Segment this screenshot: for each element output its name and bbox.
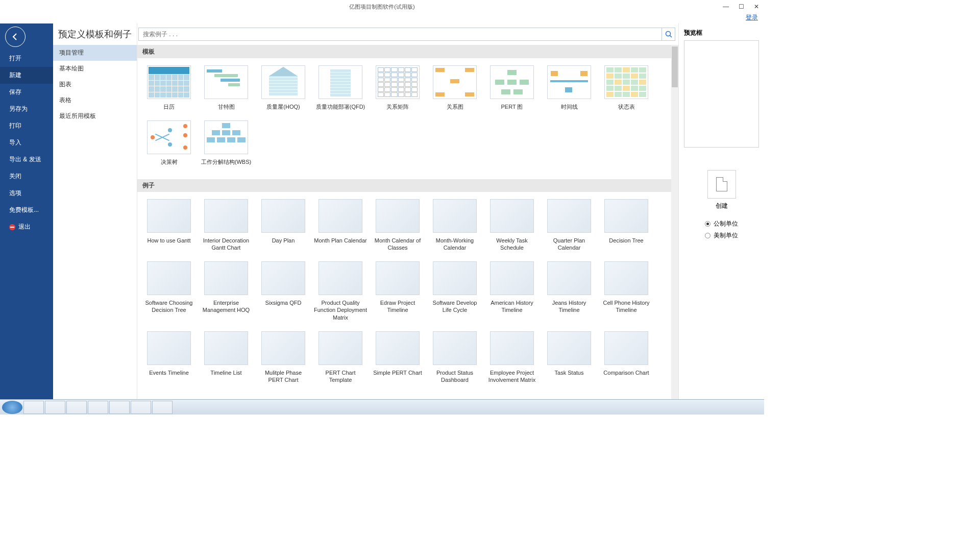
start-button[interactable]	[2, 401, 22, 414]
radio-icon	[705, 221, 710, 227]
minimize-button[interactable]: —	[718, 1, 733, 12]
template-thumbnail	[547, 199, 591, 233]
template-tile[interactable]: Task Status	[541, 331, 598, 384]
template-tile[interactable]: 关系图	[426, 65, 483, 110]
template-tile[interactable]: Employee Project Involvement Matrix	[483, 331, 541, 384]
template-tile[interactable]: 日历	[140, 65, 198, 110]
template-tile[interactable]: Simple PERT Chart	[369, 331, 426, 384]
template-tile[interactable]: How to use Gantt	[140, 199, 198, 252]
titlebar: 亿图项目制图软件(试用版) — ☐ ✕	[0, 0, 764, 13]
taskbar[interactable]	[0, 399, 764, 415]
category-nav: 预定义模板和例子 项目管理基本绘图图表表格最近所用模板	[53, 23, 137, 399]
close-button[interactable]: ✕	[749, 1, 764, 12]
template-tile[interactable]: 状态表	[598, 65, 655, 110]
arrow-left-icon	[11, 32, 20, 41]
template-tile[interactable]: Month-Working Calendar	[426, 199, 483, 252]
template-tile[interactable]: Product Status Dashboard	[426, 331, 483, 384]
template-label: Day Plan	[270, 237, 297, 244]
template-tile[interactable]: Month Plan Calendar	[312, 199, 369, 252]
nav-item[interactable]: 另存为	[0, 101, 53, 117]
template-label: Jeans History Timeline	[541, 299, 598, 314]
template-tile[interactable]: Timeline List	[198, 331, 255, 384]
template-thumbnail	[318, 65, 362, 99]
login-link[interactable]: 登录	[746, 13, 758, 23]
template-tile[interactable]: PERT Chart Template	[312, 331, 369, 384]
template-thumbnail	[204, 199, 248, 233]
template-thumbnail	[204, 261, 248, 295]
nav-item[interactable]: 打开	[0, 50, 53, 67]
search-button[interactable]	[662, 28, 675, 41]
search-row	[137, 23, 678, 45]
template-tile[interactable]: Mulitple Phase PERT Chart	[255, 331, 312, 384]
template-tile[interactable]: Software Develop Life Cycle	[426, 261, 483, 321]
template-tile[interactable]: Weekly Task Schedule	[483, 199, 541, 252]
unit-option[interactable]: 公制单位	[705, 220, 738, 228]
window-controls: — ☐ ✕	[718, 1, 764, 12]
nav-item[interactable]: 保存	[0, 84, 53, 101]
nav-item[interactable]: 新建	[0, 67, 53, 84]
template-tile[interactable]: Month Calendar of Classes	[369, 199, 426, 252]
template-tile[interactable]: 决策树	[140, 120, 198, 165]
nav-item[interactable]: 打印	[0, 117, 53, 134]
template-tile[interactable]: Software Choosing Decision Tree	[140, 261, 198, 321]
template-tile[interactable]: Comparison Chart	[598, 331, 655, 384]
templates-scroll-area[interactable]: 模板 日历甘特图质量屋(HOQ)质量功能部署(QFD)关系矩阵关系图PERT 图…	[137, 45, 678, 399]
nav-item[interactable]: 导出 & 发送	[0, 151, 53, 168]
template-tile[interactable]: Interior Decoration Gantt Chart	[198, 199, 255, 252]
template-tile[interactable]: Events Timeline	[140, 331, 198, 384]
nav-item[interactable]: 导入	[0, 134, 53, 151]
back-button[interactable]	[5, 27, 26, 47]
taskbar-item[interactable]	[109, 401, 130, 414]
template-label: Cell Phone History Timeline	[598, 299, 655, 314]
template-tile[interactable]: Cell Phone History Timeline	[598, 261, 655, 321]
create-button[interactable]	[707, 170, 736, 199]
category-item[interactable]: 最近所用模板	[53, 108, 137, 124]
left-nav: 打开新建保存另存为打印导入导出 & 发送关闭选项免费模板... 退出	[0, 23, 53, 399]
category-item[interactable]: 图表	[53, 77, 137, 92]
taskbar-item[interactable]	[152, 401, 173, 414]
template-tile[interactable]: American History Timeline	[483, 261, 541, 321]
nav-item[interactable]: 关闭	[0, 168, 53, 185]
nav-item-exit[interactable]: 退出	[0, 218, 53, 235]
template-label: Simple PERT Chart	[371, 369, 424, 376]
template-tile[interactable]: 工作分解结构(WBS)	[198, 120, 255, 165]
template-tile[interactable]: Quarter Plan Calendar	[541, 199, 598, 252]
template-label: 工作分解结构(WBS)	[199, 158, 253, 165]
template-label: 日历	[161, 103, 177, 110]
template-tile[interactable]: 质量功能部署(QFD)	[312, 65, 369, 110]
unit-option[interactable]: 美制单位	[705, 231, 738, 240]
template-tile[interactable]: 关系矩阵	[369, 65, 426, 110]
category-item[interactable]: 基本绘图	[53, 61, 137, 77]
taskbar-item[interactable]	[23, 401, 44, 414]
nav-item-label: 退出	[18, 223, 31, 231]
scrollbar-track[interactable]	[671, 45, 678, 399]
template-tile[interactable]: 质量屋(HOQ)	[255, 65, 312, 110]
template-label: 关系矩阵	[384, 103, 411, 110]
nav-item[interactable]: 免费模板...	[0, 202, 53, 218]
examples-grid: How to use GanttInterior Decoration Gant…	[137, 192, 678, 397]
template-tile[interactable]: Edraw Project Timeline	[369, 261, 426, 321]
scrollbar-thumb[interactable]	[672, 46, 678, 87]
template-tile[interactable]: 时间线	[541, 65, 598, 110]
nav-item[interactable]: 选项	[0, 185, 53, 202]
taskbar-item[interactable]	[88, 401, 108, 414]
template-label: Timeline List	[208, 369, 243, 376]
template-tile[interactable]: Decision Tree	[598, 199, 655, 252]
taskbar-item[interactable]	[131, 401, 151, 414]
category-item[interactable]: 表格	[53, 92, 137, 108]
template-tile[interactable]: 甘特图	[198, 65, 255, 110]
template-tile[interactable]: Enterprise Management HOQ	[198, 261, 255, 321]
template-tile[interactable]: Jeans History Timeline	[541, 261, 598, 321]
maximize-button[interactable]: ☐	[733, 1, 749, 12]
taskbar-item[interactable]	[66, 401, 87, 414]
template-tile[interactable]: Sixsigma QFD	[255, 261, 312, 321]
template-thumbnail	[433, 65, 477, 99]
category-item[interactable]: 项目管理	[53, 45, 137, 61]
template-label: Month Calendar of Classes	[369, 237, 426, 252]
search-input[interactable]	[138, 28, 662, 41]
template-thumbnail	[147, 261, 191, 295]
template-tile[interactable]: Product Quality Function Deployment Matr…	[312, 261, 369, 321]
template-tile[interactable]: Day Plan	[255, 199, 312, 252]
template-tile[interactable]: PERT 图	[483, 65, 541, 110]
taskbar-item[interactable]	[45, 401, 65, 414]
